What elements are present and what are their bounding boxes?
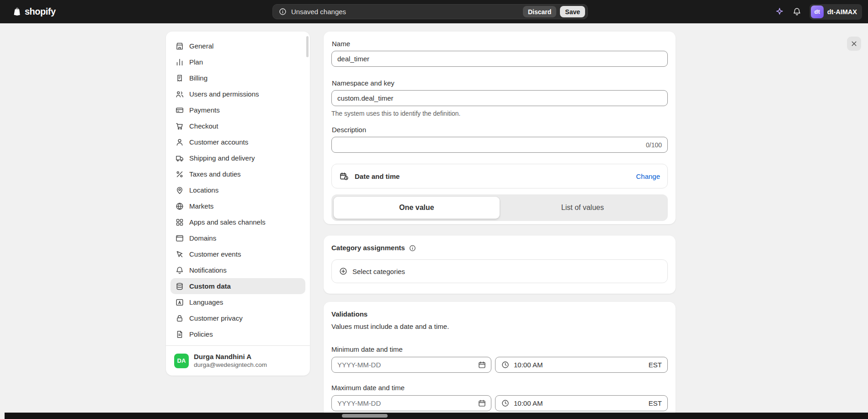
scrollbar-corner [0,413,5,419]
horizontal-scrollbar-thumb[interactable] [342,414,388,418]
settings-sidebar: GeneralPlanBillingUsers and permissionsP… [166,32,310,376]
close-icon [850,39,858,48]
shopify-bag-icon [12,6,22,17]
sidebar-item-shipping-and-delivery[interactable]: Shipping and delivery [170,150,305,166]
close-button[interactable] [847,37,861,51]
users-icon [175,90,184,99]
sidebar-item-label: Customer accounts [189,138,248,146]
max-date-input[interactable] [331,395,491,411]
select-categories-label: Select categories [352,268,405,275]
description-label: Description [332,126,668,134]
category-assignments-title: Category assignments [331,244,405,252]
sidebar-item-billing[interactable]: Billing [170,70,305,86]
sidebar-item-label: Domains [189,234,216,242]
min-date-time-label: Minimum date and time [331,345,668,354]
toggle-option-one-value[interactable]: One value [334,197,500,219]
sidebar-item-plan[interactable]: Plan [170,54,305,70]
sidebar-item-label: Taxes and duties [189,170,241,178]
database-icon [175,282,184,291]
sidebar-item-customer-privacy[interactable]: Customer privacy [170,310,305,326]
category-assignments-card: Category assignments Select categories [324,236,676,294]
content-type-row: Date and time Change [331,164,668,188]
store-menu[interactable]: dt dt-AIMAX [809,4,862,20]
alert-info-icon [278,7,287,16]
sidebar-item-checkout[interactable]: Checkout [170,118,305,134]
save-button[interactable]: Save [560,6,585,17]
clock-icon [501,360,510,369]
min-date-input[interactable] [331,357,491,373]
sidebar-item-label: Custom data [189,282,231,290]
sidebar-item-domains[interactable]: Domains [170,230,305,246]
calendar-icon[interactable] [478,360,486,369]
settings-nav: GeneralPlanBillingUsers and permissionsP… [170,38,305,342]
sidebar-item-apps-and-sales-channels[interactable]: Apps and sales channels [170,214,305,230]
sidebar-item-notifications[interactable]: Notifications [170,262,305,278]
payments-icon [175,106,184,115]
globe-icon [175,202,184,211]
shopify-logo[interactable]: shopify [12,6,56,17]
user-email: durga@wedesigntech.com [194,361,267,369]
sidebar-item-markets[interactable]: Markets [170,198,305,214]
sidekick-sparkle-icon[interactable] [775,7,784,16]
sidebar-item-label: Customer privacy [189,314,243,322]
select-categories-button[interactable]: Select categories [331,259,668,283]
horizontal-scrollbar [0,413,868,419]
sidebar-item-languages[interactable]: Languages [170,294,305,310]
sidebar-item-locations[interactable]: Locations [170,182,305,198]
unsaved-changes-banner: Unsaved changes Discard Save [272,4,588,19]
discard-button[interactable]: Discard [523,6,556,17]
notifications-bell-icon[interactable] [792,7,802,16]
sidebar-item-taxes-and-duties[interactable]: Taxes and duties [170,166,305,182]
top-bar: shopify Unsaved changes Discard Save dt … [0,0,868,23]
min-time-value: 10:00 AM [514,361,543,369]
sidebar-item-custom-data[interactable]: Custom data [170,278,305,294]
info-icon[interactable] [409,244,416,252]
sidebar-item-general[interactable]: General [170,38,305,54]
sidebar-item-label: Checkout [189,122,218,130]
policies-icon [175,330,184,339]
settings-modal: GeneralPlanBillingUsers and permissionsP… [0,23,868,413]
unsaved-changes-text: Unsaved changes [291,8,346,16]
shipping-icon [175,154,184,163]
sidebar-item-label: Markets [189,202,213,210]
description-char-counter: 0/100 [646,141,662,149]
sidebar-item-policies[interactable]: Policies [170,326,305,342]
min-time-input[interactable]: 10:00 AM EST [495,357,668,373]
validations-card: Validations Values must include a date a… [324,302,676,413]
metafield-definition-card: Name Namespace and key The system uses t… [324,32,676,224]
calendar-icon[interactable] [478,399,486,408]
sidebar-item-label: Notifications [189,266,227,274]
toggle-option-list-of-values[interactable]: List of values [500,197,666,219]
sidebar-item-label: Billing [189,74,208,82]
validations-title: Validations [331,310,668,318]
namespace-input[interactable] [331,90,668,106]
clock-icon [501,399,510,408]
shopify-admin: shopify Unsaved changes Discard Save dt … [0,0,868,419]
name-input[interactable] [331,51,668,67]
store-avatar: dt [811,5,824,18]
sidebar-scrollbar-thumb[interactable] [306,36,309,57]
namespace-help-text: The system uses this to identify the def… [331,110,668,118]
person-icon [175,138,184,147]
sidebar-item-payments[interactable]: Payments [170,102,305,118]
sidebar-item-customer-events[interactable]: Customer events [170,246,305,262]
description-input[interactable] [331,137,668,153]
sidebar-item-users-and-permissions[interactable]: Users and permissions [170,86,305,102]
sidebar-item-customer-accounts[interactable]: Customer accounts [170,134,305,150]
user-card[interactable]: DA Durga Nandhini A durga@wedesigntech.c… [166,346,310,376]
taxes-icon [175,170,184,179]
value-type-toggle: One valueList of values [331,194,668,221]
banner-actions: Discard Save [523,6,585,17]
validations-subtitle: Values must include a date and a time. [331,322,668,331]
change-type-link[interactable]: Change [636,172,660,180]
max-time-input[interactable]: 10:00 AM EST [495,395,668,411]
billing-icon [175,74,184,83]
sidebar-item-label: Locations [189,186,218,194]
max-date-time-label: Maximum date and time [331,384,668,392]
sidebar-item-label: Apps and sales channels [189,218,266,226]
plan-icon [175,58,184,67]
name-label: Name [332,40,668,48]
shopify-wordmark: shopify [25,6,56,17]
max-timezone-label: EST [649,399,662,407]
apps-icon [175,218,184,227]
